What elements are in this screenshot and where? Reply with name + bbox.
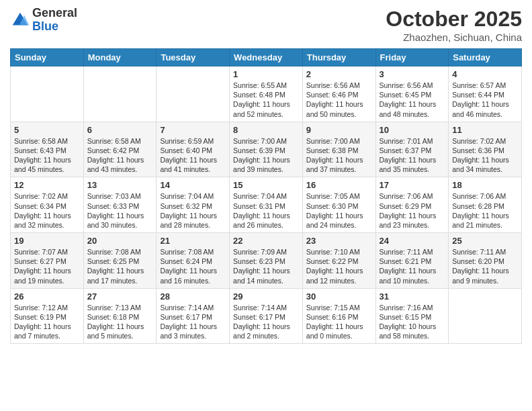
day-number: 18 — [452, 180, 518, 190]
day-number: 13 — [87, 180, 153, 190]
calendar-cell: 21Sunrise: 7:08 AM Sunset: 6:24 PM Dayli… — [157, 233, 230, 289]
logo-general: General — [32, 7, 77, 20]
day-number: 26 — [14, 291, 80, 302]
logo: General Blue — [10, 7, 77, 34]
calendar-cell: 9Sunrise: 7:00 AM Sunset: 6:38 PM Daylig… — [302, 122, 375, 177]
calendar-cell: 15Sunrise: 7:04 AM Sunset: 6:31 PM Dayli… — [230, 177, 303, 233]
calendar-cell: 24Sunrise: 7:11 AM Sunset: 6:21 PM Dayli… — [375, 233, 449, 289]
day-info: Sunrise: 7:15 AM Sunset: 6:16 PM Dayligh… — [306, 303, 372, 341]
weekday-header: Monday — [83, 49, 157, 66]
day-info: Sunrise: 7:01 AM Sunset: 6:37 PM Dayligh… — [380, 136, 445, 175]
weekday-header: Wednesday — [230, 49, 303, 66]
calendar-cell: 4Sunrise: 6:57 AM Sunset: 6:44 PM Daylig… — [449, 66, 522, 122]
day-info: Sunrise: 7:06 AM Sunset: 6:29 PM Dayligh… — [380, 191, 445, 230]
day-info: Sunrise: 7:14 AM Sunset: 6:17 PM Dayligh… — [160, 303, 226, 341]
calendar-week-row: 26Sunrise: 7:12 AM Sunset: 6:19 PM Dayli… — [11, 288, 522, 344]
day-info: Sunrise: 6:56 AM Sunset: 6:46 PM Dayligh… — [306, 81, 372, 119]
day-info: Sunrise: 6:55 AM Sunset: 6:48 PM Dayligh… — [233, 81, 299, 119]
calendar-week-row: 12Sunrise: 7:02 AM Sunset: 6:34 PM Dayli… — [11, 177, 522, 233]
day-info: Sunrise: 6:59 AM Sunset: 6:40 PM Dayligh… — [160, 136, 226, 175]
calendar-cell: 11Sunrise: 7:02 AM Sunset: 6:36 PM Dayli… — [449, 122, 522, 177]
day-info: Sunrise: 7:05 AM Sunset: 6:30 PM Dayligh… — [306, 191, 372, 230]
day-info: Sunrise: 7:12 AM Sunset: 6:19 PM Dayligh… — [14, 303, 80, 341]
weekday-header: Saturday — [449, 49, 522, 66]
day-info: Sunrise: 6:56 AM Sunset: 6:45 PM Dayligh… — [380, 81, 445, 119]
calendar-cell: 31Sunrise: 7:16 AM Sunset: 6:15 PM Dayli… — [375, 288, 449, 344]
calendar-cell: 13Sunrise: 7:03 AM Sunset: 6:33 PM Dayli… — [83, 177, 157, 233]
day-number: 1 — [233, 69, 299, 79]
calendar-cell: 28Sunrise: 7:14 AM Sunset: 6:17 PM Dayli… — [157, 288, 230, 344]
day-number: 22 — [233, 236, 299, 246]
calendar-week-row: 5Sunrise: 6:58 AM Sunset: 6:43 PM Daylig… — [11, 122, 522, 177]
calendar-cell: 18Sunrise: 7:06 AM Sunset: 6:28 PM Dayli… — [449, 177, 522, 233]
day-number: 16 — [306, 180, 372, 190]
weekday-header: Friday — [375, 49, 449, 66]
calendar-cell: 30Sunrise: 7:15 AM Sunset: 6:16 PM Dayli… — [302, 288, 375, 344]
calendar-cell: 16Sunrise: 7:05 AM Sunset: 6:30 PM Dayli… — [302, 177, 375, 233]
day-info: Sunrise: 7:10 AM Sunset: 6:22 PM Dayligh… — [306, 247, 372, 285]
day-info: Sunrise: 7:02 AM Sunset: 6:34 PM Dayligh… — [14, 191, 80, 230]
day-number: 23 — [306, 236, 372, 246]
day-number: 11 — [452, 125, 518, 135]
weekday-header-row: SundayMondayTuesdayWednesdayThursdayFrid… — [11, 49, 522, 66]
calendar-cell: 3Sunrise: 6:56 AM Sunset: 6:45 PM Daylig… — [375, 66, 449, 122]
day-info: Sunrise: 7:03 AM Sunset: 6:33 PM Dayligh… — [87, 191, 153, 230]
day-info: Sunrise: 7:08 AM Sunset: 6:24 PM Dayligh… — [160, 247, 226, 285]
day-info: Sunrise: 6:57 AM Sunset: 6:44 PM Dayligh… — [452, 81, 518, 119]
day-info: Sunrise: 7:04 AM Sunset: 6:32 PM Dayligh… — [160, 191, 226, 230]
day-info: Sunrise: 7:09 AM Sunset: 6:23 PM Dayligh… — [233, 247, 299, 285]
calendar-cell: 19Sunrise: 7:07 AM Sunset: 6:27 PM Dayli… — [11, 233, 84, 289]
calendar-cell: 10Sunrise: 7:01 AM Sunset: 6:37 PM Dayli… — [375, 122, 449, 177]
day-number: 7 — [160, 125, 226, 135]
day-number: 12 — [14, 180, 80, 190]
calendar-week-row: 19Sunrise: 7:07 AM Sunset: 6:27 PM Dayli… — [11, 233, 522, 289]
day-number: 28 — [160, 291, 226, 302]
month-title: October 2025 — [386, 7, 522, 32]
day-info: Sunrise: 7:00 AM Sunset: 6:39 PM Dayligh… — [233, 136, 299, 175]
calendar-cell: 17Sunrise: 7:06 AM Sunset: 6:29 PM Dayli… — [375, 177, 449, 233]
day-number: 15 — [233, 180, 299, 190]
calendar-cell — [157, 66, 230, 122]
day-number: 27 — [87, 291, 153, 302]
day-info: Sunrise: 7:11 AM Sunset: 6:20 PM Dayligh… — [452, 247, 518, 285]
day-info: Sunrise: 7:04 AM Sunset: 6:31 PM Dayligh… — [233, 191, 299, 230]
calendar-cell: 27Sunrise: 7:13 AM Sunset: 6:18 PM Dayli… — [83, 288, 157, 344]
title-section: October 2025 Zhaozhen, Sichuan, China — [386, 7, 522, 43]
day-number: 30 — [306, 291, 372, 302]
calendar-cell: 23Sunrise: 7:10 AM Sunset: 6:22 PM Dayli… — [302, 233, 375, 289]
calendar-cell: 1Sunrise: 6:55 AM Sunset: 6:48 PM Daylig… — [230, 66, 303, 122]
day-number: 29 — [233, 291, 299, 302]
calendar-cell: 20Sunrise: 7:08 AM Sunset: 6:25 PM Dayli… — [83, 233, 157, 289]
logo-text: General Blue — [32, 7, 77, 34]
page-container: General Blue October 2025 Zhaozhen, Sich… — [0, 0, 532, 411]
day-number: 25 — [452, 236, 518, 246]
day-number: 20 — [87, 236, 153, 246]
calendar-cell: 25Sunrise: 7:11 AM Sunset: 6:20 PM Dayli… — [449, 233, 522, 289]
calendar-cell — [449, 288, 522, 344]
day-info: Sunrise: 6:58 AM Sunset: 6:43 PM Dayligh… — [14, 136, 80, 175]
day-number: 9 — [306, 125, 372, 135]
day-info: Sunrise: 6:58 AM Sunset: 6:42 PM Dayligh… — [87, 136, 153, 175]
weekday-header: Sunday — [11, 49, 84, 66]
location-subtitle: Zhaozhen, Sichuan, China — [386, 32, 522, 43]
day-number: 4 — [452, 69, 518, 79]
calendar-cell: 8Sunrise: 7:00 AM Sunset: 6:39 PM Daylig… — [230, 122, 303, 177]
day-info: Sunrise: 7:16 AM Sunset: 6:15 PM Dayligh… — [380, 303, 445, 341]
day-number: 6 — [87, 125, 153, 135]
calendar-cell — [11, 66, 84, 122]
logo-icon — [10, 10, 30, 30]
day-number: 8 — [233, 125, 299, 135]
day-info: Sunrise: 7:11 AM Sunset: 6:21 PM Dayligh… — [380, 247, 445, 285]
calendar-cell: 7Sunrise: 6:59 AM Sunset: 6:40 PM Daylig… — [157, 122, 230, 177]
day-number: 3 — [380, 69, 445, 79]
day-number: 19 — [14, 236, 80, 246]
calendar-cell: 22Sunrise: 7:09 AM Sunset: 6:23 PM Dayli… — [230, 233, 303, 289]
day-number: 10 — [380, 125, 445, 135]
calendar-cell: 5Sunrise: 6:58 AM Sunset: 6:43 PM Daylig… — [11, 122, 84, 177]
day-info: Sunrise: 7:14 AM Sunset: 6:17 PM Dayligh… — [233, 303, 299, 341]
day-number: 21 — [160, 236, 226, 246]
calendar-cell: 2Sunrise: 6:56 AM Sunset: 6:46 PM Daylig… — [302, 66, 375, 122]
day-info: Sunrise: 7:07 AM Sunset: 6:27 PM Dayligh… — [14, 247, 80, 285]
calendar-table: SundayMondayTuesdayWednesdayThursdayFrid… — [10, 48, 522, 344]
day-info: Sunrise: 7:02 AM Sunset: 6:36 PM Dayligh… — [452, 136, 518, 175]
